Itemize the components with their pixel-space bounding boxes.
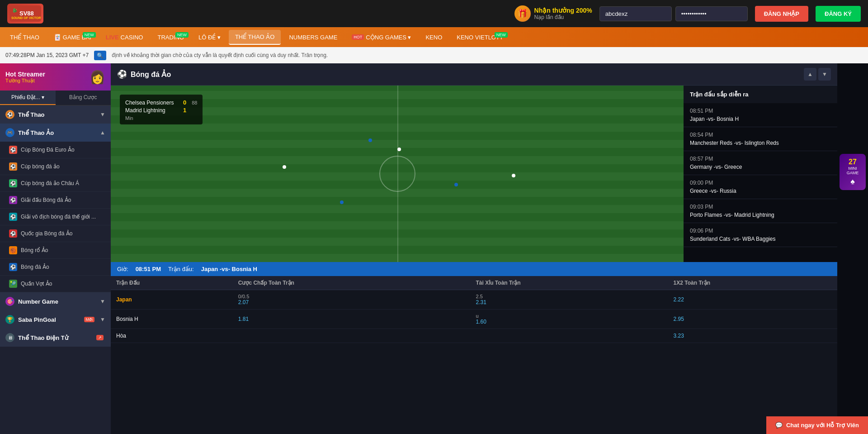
player-6 (368, 138, 372, 142)
section-header-dien-tu[interactable]: 🖥 Thể Thao Điện Tử ↗ (0, 329, 111, 347)
sidebar-item-quan-vot-ao[interactable]: 🎾 Quần Vợt Ảo (0, 276, 111, 292)
bet-1x2-bosnia[interactable]: 2.95 (668, 310, 837, 329)
upcoming-time-2: 08:57 PM (690, 156, 831, 162)
bet-1x2-japan[interactable]: 2.22 (668, 290, 837, 310)
quan-vot-ao-icon: 🎾 (9, 280, 17, 288)
sidebar-item-cup-euro-ao[interactable]: ⚽ Cúp Bóng Đá Euro Ảo (0, 142, 111, 158)
upcoming-match-3[interactable]: 09:00 PM Greece -vs- Russia (684, 175, 837, 199)
bet-handicap-japan: 0/0.5 2.07 (233, 290, 471, 310)
username-input[interactable] (599, 6, 672, 21)
player-5 (512, 174, 515, 177)
chevron-down-number: ▼ (100, 298, 105, 305)
logo[interactable]: 🐉 SV88 SOUND OF VICTORY (7, 4, 43, 24)
dien-tu-icon: 🖥 (5, 333, 14, 342)
bet-match-label: Trận đấu: (168, 266, 194, 272)
ext-icon: ↗ (96, 335, 104, 340)
giai-vo-dich-icon: ⚽ (9, 213, 17, 221)
upcoming-match-0[interactable]: 08:51 PM Japan -vs- Bosnia H (684, 103, 837, 127)
upcoming-teams-3: Greece -vs- Russia (690, 188, 831, 194)
sidebar-item-cup-bong-da-ao[interactable]: ⚽ Cúp bóng đá ảo (0, 158, 111, 175)
chat-support-button[interactable]: 💬 Chat ngay với Hỗ Trợ Viên (766, 416, 868, 434)
sidebar-item-quoc-gia-ao[interactable]: ⚽ Quốc gia Bóng đá Ảo (0, 225, 111, 242)
sidebar-item-bong-da-ao[interactable]: ⚽ Bóng đá Ảo (0, 259, 111, 276)
section-header-the-thao-ao[interactable]: 🎮 Thể Thao Ảo ▲ (0, 124, 111, 142)
promo-box: 🎁 Nhận thưởng 200% Nạp lần đầu (514, 5, 592, 22)
nav-item-trading[interactable]: TRADING NEW (151, 30, 190, 44)
main-content: ⚽ Bóng đá Ảo ▲ ▼ Chelsea Pensioners 0 88 (111, 63, 837, 434)
sort-down-btn[interactable]: ▼ (818, 68, 831, 81)
section-the-thao: ⚽ Thể Thao ▼ (0, 105, 111, 124)
bet-row-bosnia: Bosnia H 1.81 u 1.60 2.95 (111, 310, 837, 329)
logo-image: 🐉 SV88 SOUND OF VICTORY (7, 4, 43, 24)
odd1-val[interactable]: 2.07 (238, 299, 465, 305)
tab-phieu-dat[interactable]: Phiếu Đặt... ▾ (0, 91, 56, 105)
video-section: Chelsea Pensioners 0 88 Madrid Lightning… (111, 86, 837, 262)
sort-up-btn[interactable]: ▲ (804, 68, 816, 81)
nav-item-keno-vietlott[interactable]: KENO VIETLOTT NEW (450, 30, 509, 44)
nav-item-casino[interactable]: LIVE CASINO (99, 30, 150, 44)
football-icon: ⚽ (117, 69, 127, 79)
section-header-saba[interactable]: 🏆 Saba PinGoal Mới ▼ (0, 310, 111, 329)
quoc-gia-ao-icon: ⚽ (9, 229, 17, 238)
promo-title: Nhận thưởng 200% (534, 7, 592, 14)
nav-item-the-thao[interactable]: THỂ THAO (4, 30, 46, 44)
game-icon: 🃏 (54, 34, 61, 41)
content-title: Bóng đá Ảo (131, 70, 171, 79)
upcoming-title: Trận đấu sắp diễn ra (684, 86, 837, 103)
video-player: Chelsea Pensioners 0 88 Madrid Lightning… (111, 86, 684, 262)
bet-row-hoa: Hòa 3.23 (111, 329, 837, 343)
upcoming-teams-0: Japan -vs- Bosnia H (690, 116, 831, 122)
mini-game-badge[interactable]: 27 MINIGAME ♠ (840, 154, 866, 190)
bet-tai-xiu-japan: 2.5 2.31 (471, 290, 668, 310)
col-tran-dau: Trận Đấu (111, 276, 233, 290)
bet-tai-xiu-bosnia: u 1.60 (471, 310, 668, 329)
password-input[interactable] (675, 6, 748, 21)
upcoming-match-4[interactable]: 09:03 PM Porto Flames -vs- Madrid Lightn… (684, 199, 837, 223)
sidebar-item-bong-ro-ao[interactable]: 🏀 Bóng rổ Ảo (0, 242, 111, 259)
team2-name: Madrid Lightning (125, 107, 179, 114)
bet-1x2-hoa[interactable]: 3.23 (668, 329, 837, 343)
sidebar-item-giai-dau-ao[interactable]: ⚽ Giải đấu Bóng đá Ảo (0, 192, 111, 209)
nav-item-lo-de[interactable]: LÔ ĐỀ ▾ (192, 30, 227, 44)
score-overlay: Chelsea Pensioners 0 88 Madrid Lightning… (120, 95, 203, 124)
search-icon: 🔍 (97, 52, 104, 59)
sidebar-item-giai-vo-dich[interactable]: ⚽ Giải vô địch bóng đá thế giới ... (0, 209, 111, 225)
section-icon-the-thao-ao: 🎮 (5, 128, 14, 137)
upcoming-time-3: 09:00 PM (690, 180, 831, 186)
nav-item-game-bai[interactable]: 🃏 GAME BÀI NEW (47, 30, 98, 44)
nav-item-the-thao-ao[interactable]: THỂ THAO ẢO (229, 30, 281, 45)
odd2-bosnia[interactable]: 1.60 (476, 319, 663, 325)
cup-bong-da-ao-icon: ⚽ (9, 162, 17, 171)
tab-bang-cuoc[interactable]: Bảng Cược (56, 91, 111, 105)
svg-text:SOUND OF VICTORY: SOUND OF VICTORY (11, 16, 41, 19)
sidebar-item-label: Cúp bóng đá ảo Châu Á (21, 180, 79, 186)
nav-item-numbers[interactable]: NUMBERS GAME (283, 30, 344, 44)
center-line (397, 86, 398, 262)
register-button[interactable]: ĐĂNG KÝ (816, 6, 861, 22)
section-title-dien-tu: Thể Thao Điện Tử (18, 334, 93, 341)
bet-table: Trận Đấu Cược Chấp Toàn Trận Tài Xỉu Toà… (111, 276, 837, 343)
new-badge-trading: NEW (175, 32, 189, 38)
login-button[interactable]: ĐĂNG NHẬP (755, 6, 808, 22)
new-badge: NEW (83, 32, 96, 38)
banner-sub: Tường Thuật (5, 78, 45, 84)
section-the-thao-dien-tu: 🖥 Thể Thao Điện Tử ↗ (0, 329, 111, 347)
upcoming-match-1[interactable]: 08:54 PM Manchester Reds -vs- Islington … (684, 127, 837, 151)
spade-icon: ♠ (850, 177, 855, 186)
odd2-val[interactable]: 2.31 (476, 299, 663, 305)
upcoming-match-2[interactable]: 08:57 PM Germany -vs- Greece (684, 151, 837, 175)
bet-tai-xiu-hoa (471, 329, 668, 343)
nav-item-cong-games[interactable]: HOT CỘNG GAMES ▾ (345, 30, 417, 44)
section-header-the-thao[interactable]: ⚽ Thể Thao ▼ (0, 105, 111, 124)
upcoming-match-5[interactable]: 09:06 PM Sunderland Cats -vs- WBA Baggie… (684, 223, 837, 247)
sidebar-item-cup-chau-a[interactable]: ⚽ Cúp bóng đá ảo Châu Á (0, 175, 111, 192)
nav-item-keno[interactable]: KENO (419, 30, 448, 44)
hot-badge: HOT (352, 34, 364, 40)
chat-label: Chat ngay với Hỗ Trợ Viên (786, 422, 859, 429)
saba-icon: 🏆 (5, 315, 14, 324)
bet-match-value: Japan -vs- Bosnia H (201, 266, 257, 272)
section-header-number-game[interactable]: 🎯 Number Game ▼ (0, 292, 111, 310)
ticker-search-btn[interactable]: 🔍 (94, 51, 106, 60)
handicap-val: 0/0.5 (238, 294, 465, 299)
bet-handicap-bosnia[interactable]: 1.81 (233, 310, 471, 329)
